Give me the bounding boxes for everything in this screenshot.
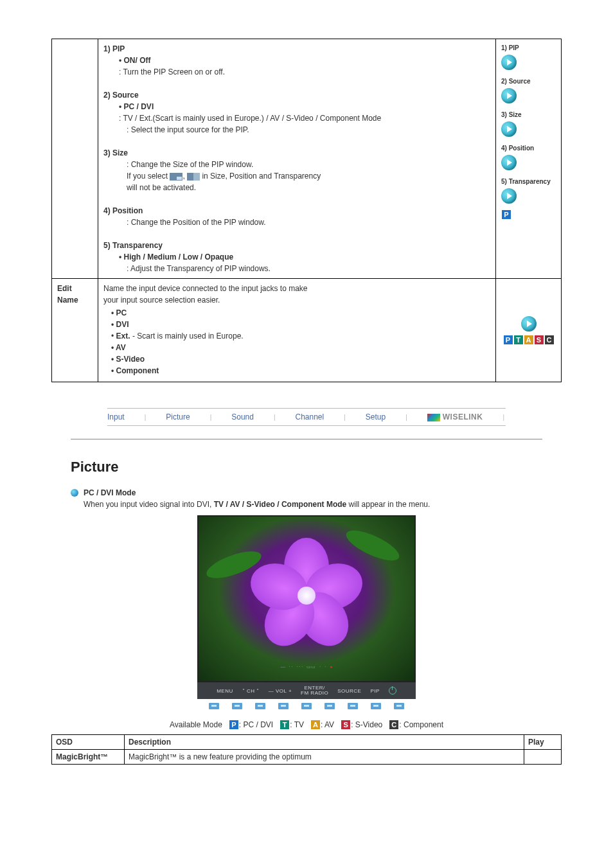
transparency-heading: 5) Transparency (103, 240, 490, 251)
s-tag: S (535, 335, 544, 344)
a-tag: A (524, 335, 533, 344)
tab-bar: Input | Picture | Sound | Channel | Setu… (107, 408, 506, 426)
bezel-menu: MENU (217, 688, 233, 694)
size-desc3: will not be activated. (103, 182, 490, 193)
side-transparency: 5) Transparency (501, 177, 556, 204)
item-ext: Ext. - Scart is mainly used in Europe. (111, 330, 490, 342)
play-icon[interactable] (501, 188, 517, 204)
pc-dvi-mode-desc: When you input video signal into DVI, TV… (84, 500, 562, 509)
osd-row1-play (524, 750, 562, 765)
source-desc2: : Select the input source for the PIP. (103, 124, 490, 136)
a-tag: A (311, 720, 320, 729)
pip-side-icons: 1) PIP 2) Source 3) Size 4) Position 5) … (496, 39, 562, 279)
tab-sep: | (501, 414, 506, 421)
item-av: AV (111, 342, 490, 353)
tab-sep: | (404, 414, 409, 421)
p-tag: P (502, 210, 511, 219)
side-size-label: 3) Size (501, 111, 522, 118)
edit-desc-1: Name the input device connected to the i… (103, 283, 490, 294)
mode-desc-post: will appear in the menu. (346, 500, 430, 509)
s-tag: S (341, 720, 350, 729)
play-icon[interactable] (521, 316, 537, 332)
section-title-picture: Picture (71, 459, 542, 475)
side-source: 2) Source (501, 76, 556, 103)
edit-name-icons: PTASC (496, 279, 562, 382)
transparency-option: • High / Medium / Low / Opaque (103, 251, 490, 263)
bezel-enter: ENTER/ FM RADIO (301, 686, 328, 696)
tv-osd-indicators: —· ·· · ·▭▭··● (199, 664, 414, 671)
source-heading: 2) Source (103, 89, 490, 101)
item-dvi: DVI (111, 319, 490, 330)
mode-tags-row: PTASC (501, 335, 556, 345)
osd-row1-desc: MagicBright™ is a new feature providing … (125, 750, 524, 765)
tab-wiselink[interactable]: WISELINK (427, 412, 483, 421)
page: 1) PIP • ON/ Off : Turn the PIP Screen o… (0, 0, 613, 790)
play-icon[interactable] (501, 121, 517, 137)
tab-picture[interactable]: Picture (166, 412, 190, 421)
tv-stand (197, 699, 416, 711)
wiselink-label: WISELINK (443, 412, 483, 421)
c-tag: C (545, 335, 554, 344)
side-transparency-label: 5) Transparency (501, 178, 551, 185)
power-icon (389, 687, 396, 695)
avail-c: : Component (399, 720, 443, 729)
edit-desc-2: your input source selection easier. (103, 294, 490, 306)
edit-name-list: PC DVI Ext. - Scart is mainly used in Eu… (103, 307, 490, 376)
pip-row-desc: 1) PIP • ON/ Off : Turn the PIP Screen o… (98, 39, 496, 279)
size-desc2-pre: If you select (127, 172, 170, 181)
avail-t: : TV (290, 720, 304, 729)
pip-row-label (52, 39, 98, 279)
tv-bezel-buttons: MENU ˅ CH ˄ — VOL + ENTER/ FM RADIO SOUR… (197, 682, 416, 699)
side-mode-tag: P (501, 210, 556, 220)
play-icon[interactable] (501, 88, 517, 103)
play-icon[interactable] (501, 55, 517, 70)
osd-header-osd: OSD (52, 735, 125, 750)
side-position: 4) Position (501, 143, 556, 170)
pip-heading: 1) PIP (103, 43, 490, 55)
osd-row1-name: MagicBright™ (52, 750, 125, 765)
edit-label-1: Edit (57, 284, 72, 293)
tv-screen: —· ·· · ·▭▭··● (197, 515, 416, 682)
tab-sep: | (143, 414, 148, 421)
pc-dvi-mode-label: PC / DVI Mode (84, 488, 136, 497)
osd-header-play: Play (524, 735, 562, 750)
transparency-desc: : Adjust the Transparency of PIP windows… (103, 263, 490, 274)
item-ext-bold: Ext. (116, 332, 130, 341)
pip-table: 1) PIP • ON/ Off : Turn the PIP Screen o… (51, 39, 562, 382)
bezel-source: SOURCE (337, 688, 361, 694)
size-desc2-post: in Size, Position and Transparency (202, 172, 321, 181)
available-mode-row: Available Mode P: PC / DVI T: TV A: AV S… (51, 720, 562, 729)
size-desc1: : Change the Size of the PIP window. (103, 159, 490, 170)
bezel-ch: ˅ CH ˄ (242, 688, 260, 694)
leaf-decor (342, 524, 403, 566)
tab-channel[interactable]: Channel (296, 412, 324, 421)
pip-option: • ON/ Off (103, 55, 490, 66)
position-heading: 4) Position (103, 205, 490, 217)
item-pc: PC (111, 307, 490, 319)
available-mode-label: Available Mode (170, 720, 222, 729)
tab-input[interactable]: Input (107, 412, 125, 421)
divider (71, 439, 542, 439)
size-desc2: If you select , in Size, Position and Tr… (103, 170, 490, 182)
item-ext-rest: - Scart is mainly used in Europe. (130, 332, 244, 341)
tab-sep: | (342, 414, 347, 421)
osd-table: OSD Description Play MagicBright™ MagicB… (51, 734, 562, 765)
size-icon-split (187, 173, 200, 181)
item-component: Component (111, 365, 490, 376)
item-svideo: S-Video (111, 353, 490, 365)
tab-sep: | (272, 414, 277, 421)
wiselink-icon (427, 414, 440, 421)
mode-desc-pre: When you input video signal into DVI, (84, 500, 214, 509)
bullet-icon (71, 489, 78, 497)
mode-desc-bold: TV / AV / S-Video / Component Mode (214, 500, 346, 509)
tab-sound[interactable]: Sound (231, 412, 254, 421)
position-desc: : Change the Position of the PIP window. (103, 217, 490, 228)
t-tag: T (514, 335, 523, 344)
play-icon[interactable] (501, 155, 517, 170)
source-desc1: : TV / Ext.(Scart is mainly used in Euro… (103, 112, 490, 124)
side-position-label: 4) Position (501, 145, 534, 152)
tab-setup[interactable]: Setup (366, 412, 386, 421)
side-source-label: 2) Source (501, 78, 531, 85)
edit-label-2: Name (57, 296, 78, 305)
p-tag: P (504, 335, 513, 344)
